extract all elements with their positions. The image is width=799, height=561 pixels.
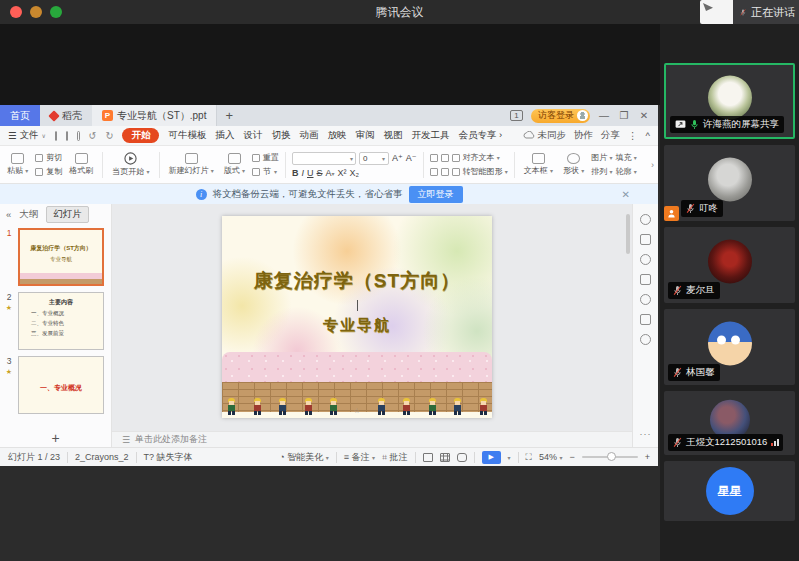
notes-bar[interactable]: ☰ 单击此处添加备注 xyxy=(112,431,632,447)
tab-document[interactable]: P 专业导航（ST）.ppt xyxy=(92,105,217,126)
missing-font-warning[interactable]: T? 缺失字体 xyxy=(144,451,193,464)
menu-tab-view[interactable]: 视图 xyxy=(383,129,402,142)
help-icon[interactable] xyxy=(640,294,651,305)
menu-tab-transition[interactable]: 切换 xyxy=(271,129,290,142)
menu-tab-member[interactable]: 会员专享 › xyxy=(458,129,502,142)
copy-button[interactable]: 复制 xyxy=(35,166,62,177)
zoom-level[interactable]: 54% ▾ xyxy=(539,452,563,462)
save-icon[interactable] xyxy=(55,131,57,141)
zoom-slider[interactable] xyxy=(582,456,638,458)
menu-tab-devtools[interactable]: 开发工具 xyxy=(411,129,449,142)
layers-icon[interactable] xyxy=(640,274,651,285)
italic-button[interactable]: I xyxy=(302,168,305,178)
effects-icon[interactable] xyxy=(640,254,651,265)
menu-tab-animation[interactable]: 动画 xyxy=(299,129,318,142)
increase-font-button[interactable]: A⁺ xyxy=(392,153,403,163)
canvas-scrollbar[interactable] xyxy=(626,214,630,254)
zoom-out-button[interactable]: − xyxy=(569,452,574,462)
new-slide-button[interactable]: 新建幻灯片 ▾ xyxy=(166,148,217,182)
line-spacing-icon[interactable] xyxy=(452,168,460,176)
wps-minimize-button[interactable]: — xyxy=(598,110,610,121)
wps-close-button[interactable]: ✕ xyxy=(638,110,650,121)
window-count-badge[interactable]: 1 xyxy=(510,110,523,121)
menu-tab-review[interactable]: 审阅 xyxy=(355,129,374,142)
current-slide[interactable]: 康复治疗学（ST方向） 专业导航 ☆ xyxy=(222,216,492,418)
collapse-panel-icon[interactable]: « xyxy=(6,209,11,220)
reset-button[interactable]: 重置 xyxy=(252,152,279,163)
menu-tab-design[interactable]: 设计 xyxy=(243,129,262,142)
cut-button[interactable]: 剪切 xyxy=(35,152,62,163)
menu-tab-start[interactable]: 开始 xyxy=(122,128,159,143)
smart-beautify-button[interactable]: ◔ 智能美化 ▾ xyxy=(279,451,328,464)
decrease-font-button[interactable]: A⁻ xyxy=(406,153,417,163)
wps-restore-button[interactable]: ❐ xyxy=(618,110,630,121)
bold-button[interactable]: B xyxy=(292,168,299,178)
cloud-sync-status[interactable]: 未同步 xyxy=(523,129,566,142)
tab-slides[interactable]: 幻灯片 xyxy=(46,206,89,223)
superscript-button[interactable]: X² xyxy=(338,168,347,178)
align-text-button[interactable]: 对齐文本 ▾ xyxy=(463,152,500,163)
theme-name[interactable]: 2_Crayons_2 xyxy=(75,452,129,462)
slide-sorter-view-icon[interactable] xyxy=(440,453,450,462)
redo-icon[interactable]: ↻ xyxy=(106,130,114,141)
file-menu[interactable]: ☰ 文件 ∨ xyxy=(8,129,46,142)
docer-assistant-icon[interactable] xyxy=(640,214,651,225)
font-color-button[interactable]: A▾ xyxy=(326,168,335,178)
slide-canvas[interactable]: 康复治疗学（ST方向） 专业导航 ☆ xyxy=(112,204,632,431)
slide-thumbnail-3[interactable]: 3 ★ 一、专业概况 xyxy=(0,354,111,418)
shape-button[interactable]: 形状 ▾ xyxy=(560,148,587,182)
print-icon[interactable] xyxy=(77,131,79,141)
more-options-icon[interactable]: ⋮ xyxy=(628,130,638,141)
slide-subtitle-text[interactable]: 专业导航 xyxy=(222,316,492,335)
command-search[interactable]: 查找命令、搜索模板 xyxy=(511,129,514,142)
play-from-current-button[interactable]: 当页开始 ▾ xyxy=(109,148,152,182)
reading-view-icon[interactable] xyxy=(457,453,467,462)
ribbon-expand-icon[interactable]: › xyxy=(651,160,654,170)
format-painter-button[interactable]: 格式刷 xyxy=(66,148,96,182)
textbox-button[interactable]: 文本框 ▾ xyxy=(521,148,556,182)
share-button[interactable]: 分享 xyxy=(601,129,620,142)
participant-tile[interactable]: 叮咚 xyxy=(664,145,795,221)
resource-icon[interactable] xyxy=(640,334,651,345)
picture-button[interactable]: 图片 ▾ xyxy=(591,152,612,163)
more-tools-icon[interactable]: ··· xyxy=(640,429,652,439)
collaborate-button[interactable]: 协作 xyxy=(574,129,593,142)
indent-icon[interactable] xyxy=(452,154,460,162)
menu-tab-insert[interactable]: 插入 xyxy=(215,129,234,142)
align-left-icon[interactable] xyxy=(430,168,438,176)
outline-button[interactable]: 轮廓 ▾ xyxy=(616,166,637,177)
toolbox-icon[interactable] xyxy=(640,314,651,325)
bullet-list-icon[interactable] xyxy=(430,154,438,162)
number-list-icon[interactable] xyxy=(441,154,449,162)
menu-tab-keniu[interactable]: 可牛模板 xyxy=(168,129,206,142)
slideshow-play-button[interactable]: ▶ xyxy=(482,451,501,464)
play-options-icon[interactable]: ▾ xyxy=(508,454,511,461)
properties-icon[interactable] xyxy=(640,234,651,245)
participant-tile[interactable]: 星星 xyxy=(664,461,795,521)
participant-tile-sharing[interactable]: 许海燕的屏幕共享 xyxy=(664,63,795,139)
slide-thumbnail-1[interactable]: 1 康复治疗学（ST方向） 专业导航 xyxy=(0,226,111,290)
slide-thumbnail-2[interactable]: 2 ★ 主要内容 一、专业概况 二、专业特色 三、发展前景 xyxy=(0,290,111,354)
new-tab-button[interactable]: + xyxy=(217,105,241,126)
normal-view-icon[interactable] xyxy=(423,453,433,462)
fit-to-window-icon[interactable]: ⛶ xyxy=(526,452,532,463)
section-button[interactable]: 节 ▾ xyxy=(252,166,279,177)
tab-outline[interactable]: 大纲 xyxy=(19,208,38,221)
undo-icon[interactable]: ↺ xyxy=(89,130,97,141)
font-family-select[interactable]: ▾ xyxy=(292,152,356,165)
banner-close-icon[interactable]: ✕ xyxy=(622,189,630,200)
subscript-button[interactable]: X₂ xyxy=(350,168,360,178)
collapse-ribbon-icon[interactable]: ^ xyxy=(646,130,650,141)
participant-tile[interactable]: 王煜文1212501016 xyxy=(664,391,795,455)
zoom-slider-knob[interactable] xyxy=(607,452,616,461)
notes-toggle-button[interactable]: ≡ 备注 ▾ xyxy=(344,451,375,464)
strikethrough-button[interactable]: S xyxy=(317,168,323,178)
participant-tile[interactable]: 林国馨 xyxy=(664,309,795,385)
add-slide-button[interactable]: + xyxy=(0,429,111,447)
underline-button[interactable]: U xyxy=(307,168,314,178)
output-icon[interactable] xyxy=(66,131,68,141)
menu-tab-slideshow[interactable]: 放映 xyxy=(327,129,346,142)
fill-button[interactable]: 填充 ▾ xyxy=(616,152,637,163)
zoom-in-button[interactable]: + xyxy=(645,452,650,462)
arrange-button[interactable]: 排列 ▾ xyxy=(591,166,612,177)
